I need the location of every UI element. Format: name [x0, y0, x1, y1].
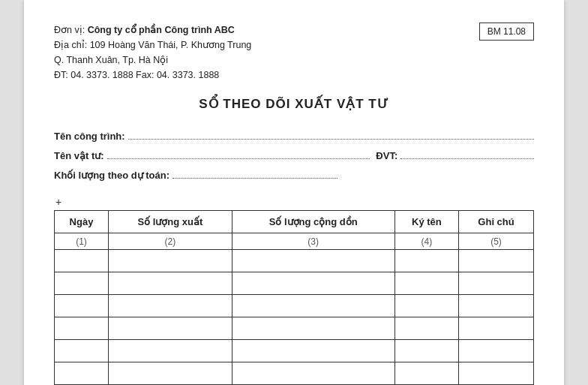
cell	[55, 317, 109, 340]
main-table: Ngày Số lượng xuất Số lượng cộng dồn Ký …	[54, 210, 534, 385]
company-name: Công ty cổ phần Công trình ABC	[88, 25, 235, 35]
don-vi-line: Đơn vị: Công ty cổ phần Công trình ABC	[54, 23, 251, 38]
col-num-5: (5)	[459, 233, 534, 250]
cell	[394, 362, 458, 385]
ten-cong-trinh-row: Tên công trình:	[54, 127, 534, 146]
cell	[459, 340, 534, 362]
dvt-line	[400, 158, 534, 159]
cell	[55, 295, 109, 317]
cell	[55, 362, 109, 385]
table-row	[55, 295, 534, 317]
address-line1: Địa chỉ: 109 Hoàng Văn Thái, P. Khương T…	[54, 38, 251, 53]
col-header-ngay: Ngày	[55, 211, 109, 233]
cell	[55, 272, 109, 295]
title-section: SỔ THEO DÕI XUẤT VẬT TƯ	[54, 96, 534, 112]
col-num-3: (3)	[232, 233, 394, 250]
cell	[55, 250, 109, 272]
cell	[459, 362, 534, 385]
khoi-luong-line	[172, 178, 338, 179]
col-header-ghi-chu: Ghi chú	[459, 211, 534, 233]
ten-cong-trinh-label: Tên công trình:	[54, 127, 125, 146]
cell	[394, 295, 458, 317]
cell	[109, 362, 232, 385]
bm-code-box: BM 11.08	[479, 23, 534, 41]
cell	[232, 340, 394, 362]
address1: 109 Hoàng Văn Thái, P. Khương Trung	[90, 40, 252, 50]
cell	[394, 250, 458, 272]
table-number-row: (1) (2) (3) (4) (5)	[55, 233, 534, 250]
col-header-so-luong-cong-don: Số lượng cộng dồn	[232, 211, 394, 233]
company-info: Đơn vị: Công ty cổ phần Công trình ABC Đ…	[54, 23, 251, 83]
ten-vat-tu-label: Tên vật tư:	[54, 146, 104, 166]
header-area: Đơn vị: Công ty cổ phần Công trình ABC Đ…	[54, 23, 534, 83]
cell	[232, 362, 394, 385]
table-row	[55, 317, 534, 340]
form-fields: Tên công trình: Tên vật tư: ĐVT: Khối lư…	[54, 127, 534, 185]
dvt-label: ĐVT:	[376, 146, 398, 166]
cell	[459, 295, 534, 317]
khoi-luong-row: Khối lượng theo dự toán:	[54, 166, 534, 185]
cell	[109, 295, 232, 317]
cell	[232, 250, 394, 272]
cell	[109, 272, 232, 295]
cell	[394, 272, 458, 295]
cell	[459, 250, 534, 272]
cell	[109, 340, 232, 362]
cell	[459, 272, 534, 295]
col-num-1: (1)	[55, 233, 109, 250]
col-header-ky-ten: Ký tên	[394, 211, 458, 233]
table-header-row: Ngày Số lượng xuất Số lượng cộng dồn Ký …	[55, 211, 534, 233]
ten-cong-trinh-line	[128, 139, 534, 140]
col-num-2: (2)	[109, 233, 232, 250]
cell	[55, 340, 109, 362]
col-header-so-luong-xuat: Số lượng xuất	[109, 211, 232, 233]
cell	[232, 317, 394, 340]
cell	[394, 317, 458, 340]
cell	[394, 340, 458, 362]
ten-vat-tu-left: Tên vật tư:	[54, 146, 370, 166]
phone-fax: ĐT: 04. 3373. 1888 Fax: 04. 3373. 1888	[54, 68, 251, 83]
table-row	[55, 340, 534, 362]
cell	[109, 317, 232, 340]
table-row	[55, 272, 534, 295]
dvt-right: ĐVT:	[376, 146, 534, 166]
cell	[232, 272, 394, 295]
page: Đơn vị: Công ty cổ phần Công trình ABC Đ…	[24, 0, 564, 385]
cell	[109, 250, 232, 272]
bm-code: BM 11.08	[488, 26, 526, 37]
ten-vat-tu-line	[107, 158, 370, 159]
table-row	[55, 362, 534, 385]
khoi-luong-label: Khối lượng theo dự toán:	[54, 166, 170, 185]
plus-icon: +	[56, 196, 534, 208]
main-title: SỔ THEO DÕI XUẤT VẬT TƯ	[54, 96, 534, 112]
ten-vat-tu-row: Tên vật tư: ĐVT:	[54, 146, 534, 166]
don-vi-label: Đơn vị:	[54, 25, 85, 35]
dia-chi-label: Địa chỉ:	[54, 40, 87, 50]
table-row	[55, 250, 534, 272]
cell	[459, 317, 534, 340]
address-line2: Q. Thanh Xuân, Tp. Hà Nội	[54, 53, 251, 68]
col-num-4: (4)	[394, 233, 458, 250]
cell	[232, 295, 394, 317]
